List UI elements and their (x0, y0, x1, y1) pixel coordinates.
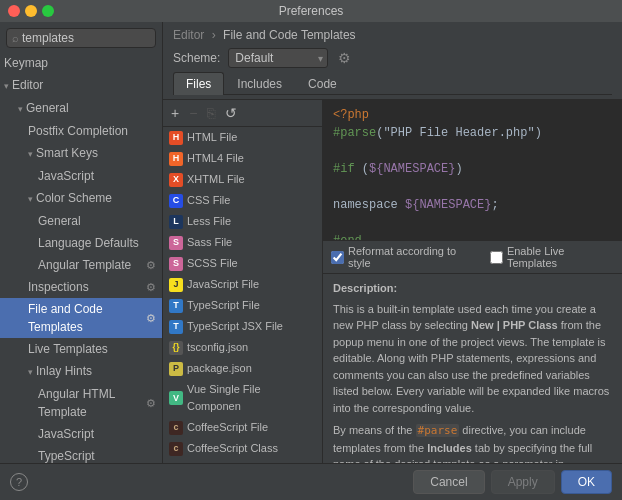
sidebar-item-javascript[interactable]: JavaScript (0, 165, 162, 187)
code-line (333, 142, 612, 160)
live-templates-option[interactable]: Enable Live Templates (490, 245, 614, 269)
file-toolbar: + − ⎘ ↺ (163, 100, 322, 127)
apply-button[interactable]: Apply (491, 470, 555, 494)
file-item-vue[interactable]: V Vue Single File Componen (163, 379, 322, 417)
coffee-icon: c (169, 421, 183, 435)
sidebar-scroll: Keymap Editor General Postfix Completion… (0, 52, 162, 463)
less-icon: L (169, 215, 183, 229)
help-button[interactable]: ? (10, 473, 28, 491)
reformat-checkbox[interactable] (331, 251, 344, 264)
sidebar-item-inspections[interactable]: Inspections ⚙ (0, 276, 162, 298)
description-paragraph-2: By means of the #parse directive, you ca… (333, 422, 612, 463)
html4-icon: H (169, 152, 183, 166)
sidebar-item-smart-keys[interactable]: Smart Keys (0, 142, 162, 165)
css-icon: C (169, 194, 183, 208)
settings-icon: ⚙ (146, 278, 156, 296)
files-editor: + − ⎘ ↺ H HTML File H HTML4 File (163, 100, 622, 463)
file-item-tsconfig[interactable]: {} tsconfig.json (163, 337, 322, 358)
code-line: <?php (333, 106, 612, 124)
scheme-label: Scheme: (173, 51, 220, 65)
file-item-xhtml[interactable]: X XHTML File (163, 169, 322, 190)
sidebar-item-angular-template[interactable]: Angular Template ⚙ (0, 254, 162, 276)
tabs-row: Files Includes Code (173, 72, 612, 95)
close-button[interactable] (8, 5, 20, 17)
code-line: #end (333, 232, 612, 240)
settings-icon: ⚙ (146, 309, 156, 327)
search-box: ⌕ (0, 22, 162, 52)
code-line (333, 178, 612, 196)
minimize-button[interactable] (25, 5, 37, 17)
coffee-class-icon: c (169, 442, 183, 456)
live-templates-checkbox[interactable] (490, 251, 503, 264)
sidebar-item-javascript2[interactable]: JavaScript (0, 423, 162, 445)
add-file-button[interactable]: + (167, 104, 183, 122)
description-paragraph-1: This is a built-in template used each ti… (333, 301, 612, 417)
vue-icon: V (169, 391, 183, 405)
ts-icon: T (169, 299, 183, 313)
html-icon: H (169, 131, 183, 145)
cancel-button[interactable]: Cancel (413, 470, 484, 494)
content-area: Editor › File and Code Templates Scheme:… (163, 22, 622, 463)
sidebar-item-inlay-hints[interactable]: Inlay Hints (0, 360, 162, 383)
scss-icon: S (169, 257, 183, 271)
ts-jsx-icon: T (169, 320, 183, 334)
search-input-wrap: ⌕ (6, 28, 156, 48)
file-item-css[interactable]: C CSS File (163, 190, 322, 211)
settings-icon: ⚙ (146, 256, 156, 274)
file-item-javascript[interactable]: J JavaScript File (163, 274, 322, 295)
code-area[interactable]: <?php #parse("PHP File Header.php") #if … (323, 100, 622, 240)
file-item-coffeescript-class[interactable]: c CoffeeScript Class (163, 438, 322, 459)
file-item-less[interactable]: L Less File (163, 211, 322, 232)
scheme-gear-button[interactable]: ⚙ (336, 48, 353, 68)
reset-file-button[interactable]: ↺ (221, 104, 241, 122)
preferences-window: Preferences ⌕ Keymap Editor General (0, 0, 622, 500)
sidebar-item-color-scheme[interactable]: Color Scheme (0, 187, 162, 210)
tab-files[interactable]: Files (173, 72, 224, 95)
code-line (333, 214, 612, 232)
file-list-panel: + − ⎘ ↺ H HTML File H HTML4 File (163, 100, 323, 463)
footer: ? Cancel Apply OK (0, 463, 622, 500)
file-item-typescript-jsx[interactable]: T TypeScript JSX File (163, 316, 322, 337)
sidebar-item-typescript[interactable]: TypeScript (0, 445, 162, 463)
search-icon: ⌕ (12, 32, 19, 44)
description-title: Description: (333, 280, 612, 297)
file-item-scss[interactable]: S SCSS File (163, 253, 322, 274)
file-item-html[interactable]: H HTML File (163, 127, 322, 148)
main-layout: ⌕ Keymap Editor General Postfix Completi… (0, 22, 622, 463)
file-item-package-json[interactable]: P package.json (163, 358, 322, 379)
search-input[interactable] (22, 31, 150, 45)
window-title: Preferences (279, 4, 344, 18)
maximize-button[interactable] (42, 5, 54, 17)
content-header: Editor › File and Code Templates Scheme:… (163, 22, 622, 100)
copy-file-button[interactable]: ⎘ (203, 104, 219, 122)
reformat-option[interactable]: Reformat according to style (331, 245, 478, 269)
scheme-row: Scheme: Default ⚙ (173, 48, 612, 68)
sidebar-item-general[interactable]: General (0, 97, 162, 120)
settings-icon: ⚙ (146, 394, 156, 412)
breadcrumb: Editor › File and Code Templates (173, 28, 612, 42)
js-icon: J (169, 278, 183, 292)
scheme-select[interactable]: Default (228, 48, 328, 68)
sidebar-item-editor[interactable]: Editor (0, 74, 162, 97)
sidebar-item-angular-html-template[interactable]: Angular HTML Template ⚙ (0, 383, 162, 423)
sidebar-item-keymap[interactable]: Keymap (0, 52, 162, 74)
sidebar-item-postfix-completion[interactable]: Postfix Completion (0, 120, 162, 142)
sidebar-item-file-and-code-templates[interactable]: File and Code Templates ⚙ (0, 298, 162, 338)
remove-file-button[interactable]: − (185, 104, 201, 122)
ok-button[interactable]: OK (561, 470, 612, 494)
tab-code[interactable]: Code (295, 72, 350, 95)
options-row: Reformat according to style Enable Live … (323, 240, 622, 274)
sidebar-item-live-templates[interactable]: Live Templates (0, 338, 162, 360)
sidebar-item-language-defaults[interactable]: Language Defaults (0, 232, 162, 254)
traffic-lights (8, 5, 54, 17)
file-item-html4[interactable]: H HTML4 File (163, 148, 322, 169)
code-line: #parse("PHP File Header.php") (333, 124, 612, 142)
sass-icon: S (169, 236, 183, 250)
code-line: namespace ${NAMESPACE}; (333, 196, 612, 214)
sidebar-item-cs-general[interactable]: General (0, 210, 162, 232)
file-item-coffeescript[interactable]: c CoffeeScript File (163, 417, 322, 438)
description-area: Description: This is a built-in template… (323, 274, 622, 463)
tab-includes[interactable]: Includes (224, 72, 295, 95)
file-item-sass[interactable]: S Sass File (163, 232, 322, 253)
file-item-typescript[interactable]: T TypeScript File (163, 295, 322, 316)
